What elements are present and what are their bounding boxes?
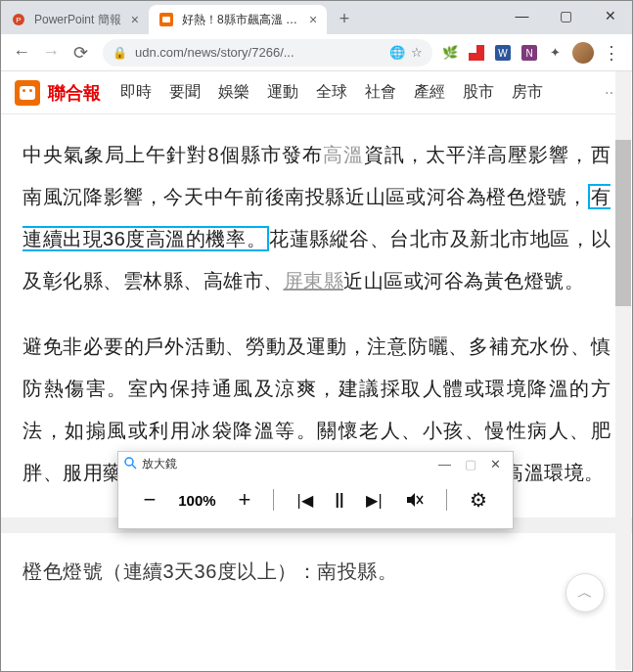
nav-item-headlines[interactable]: 要聞: [169, 82, 201, 103]
tab-title: 好熱！8縣市飆高溫 午後大: [182, 12, 299, 28]
browser-menu-button[interactable]: ⋮: [602, 43, 620, 62]
mag-close-button[interactable]: ✕: [490, 457, 501, 471]
site-logo[interactable]: 聯合報: [15, 80, 101, 106]
translate-icon[interactable]: 🌐: [389, 45, 405, 60]
close-icon[interactable]: ×: [309, 12, 317, 27]
site-name: 聯合報: [48, 81, 101, 105]
svg-marker-12: [407, 493, 415, 507]
mag-maximize-button[interactable]: ▢: [465, 457, 476, 471]
nav-item-business[interactable]: 產經: [414, 82, 445, 103]
nav-item-stocks[interactable]: 股市: [463, 82, 494, 103]
site-navigation: 聯合報 即時 要聞 娛樂 運動 全球 社會 產經 股市 房市 ⋯: [1, 71, 632, 114]
svg-text:W: W: [498, 48, 508, 59]
nav-item-society[interactable]: 社會: [365, 82, 396, 103]
article-paragraph-3: 橙色燈號（連續3天36度以上）：南投縣。: [23, 551, 610, 593]
scrollbar-thumb[interactable]: [615, 140, 631, 306]
close-icon[interactable]: ×: [131, 12, 139, 27]
lock-icon: 🔒: [113, 46, 127, 60]
svg-point-10: [125, 458, 133, 466]
extensions-puzzle-icon[interactable]: ✦: [546, 43, 565, 62]
read-previous-button[interactable]: |◀: [296, 491, 312, 510]
magnifier-icon: [124, 457, 138, 470]
settings-button[interactable]: ⚙: [470, 488, 487, 512]
word-icon[interactable]: W: [493, 43, 512, 62]
nav-item-sports[interactable]: 運動: [267, 82, 298, 103]
scroll-to-top-button[interactable]: ︿: [565, 573, 605, 612]
address-bar[interactable]: 🔒 udn.com/news/story/7266/... 🌐 ☆: [103, 39, 432, 67]
browser-tab-1[interactable]: P PowerPoint 簡報 ×: [1, 5, 149, 34]
mute-button[interactable]: [405, 490, 425, 510]
svg-rect-3: [162, 17, 170, 22]
separator: [446, 489, 447, 511]
svg-line-11: [132, 465, 136, 469]
separator: [273, 489, 274, 511]
read-next-button[interactable]: ▶|: [366, 491, 382, 510]
nav-item-entertainment[interactable]: 娛樂: [218, 82, 249, 103]
reload-button[interactable]: ⟳: [66, 38, 95, 67]
flipboard-icon[interactable]: [467, 43, 485, 62]
new-tab-button[interactable]: +: [331, 5, 358, 32]
evernote-icon[interactable]: 🌿: [440, 43, 459, 62]
zoom-in-button[interactable]: +: [239, 487, 251, 513]
star-icon[interactable]: ☆: [411, 45, 423, 60]
nav-item-realestate[interactable]: 房市: [512, 82, 543, 103]
browser-tab-2[interactable]: 好熱！8縣市飆高溫 午後大 ×: [149, 5, 327, 34]
powerpoint-icon: P: [11, 12, 26, 27]
browser-toolbar: ← → ⟳ 🔒 udn.com/news/story/7266/... 🌐 ☆ …: [1, 34, 632, 71]
window-minimize-button[interactable]: —: [500, 1, 544, 30]
mag-minimize-button[interactable]: —: [438, 457, 451, 471]
back-button[interactable]: ←: [7, 38, 36, 67]
onenote-icon[interactable]: N: [520, 43, 538, 62]
magnifier-window[interactable]: 放大鏡 — ▢ ✕ − 100% + |◀ || ▶| ⚙: [117, 451, 514, 529]
tab-title: PowerPoint 簡報: [34, 12, 121, 28]
user-avatar[interactable]: [572, 42, 594, 64]
zoom-level: 100%: [178, 492, 215, 509]
link-pingtung[interactable]: 屏東縣: [284, 270, 344, 291]
article-paragraph-1: 中央氣象局上午針對8個縣市發布高溫資訊，太平洋高壓影響，西南風沉降影響，今天中午…: [23, 134, 610, 302]
vertical-scrollbar[interactable]: [615, 71, 631, 670]
svg-rect-5: [469, 45, 476, 53]
forward-button[interactable]: →: [36, 38, 66, 67]
read-pause-button[interactable]: ||: [335, 491, 343, 509]
svg-text:P: P: [16, 16, 21, 24]
link-high-temp[interactable]: 高溫: [323, 144, 364, 165]
window-close-button[interactable]: ✕: [588, 1, 632, 30]
udn-icon: [158, 12, 174, 27]
zoom-out-button[interactable]: −: [143, 487, 156, 513]
nav-item-global[interactable]: 全球: [316, 82, 347, 103]
extensions-area: 🌿 W N ✦ ⋮: [440, 42, 626, 64]
magnifier-title: 放大鏡: [142, 456, 177, 472]
chevron-up-icon: ︿: [577, 583, 593, 604]
window-maximize-button[interactable]: ▢: [544, 1, 588, 30]
url-text: udn.com/news/story/7266/...: [135, 45, 389, 60]
svg-text:N: N: [525, 48, 532, 59]
nav-item-instant[interactable]: 即時: [120, 82, 152, 103]
